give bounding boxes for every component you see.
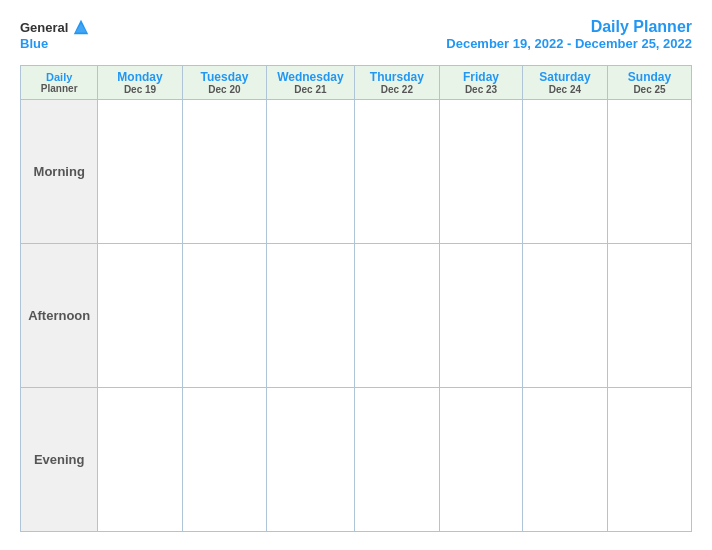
col-header-friday: Friday Dec 23 [440,66,523,100]
afternoon-thursday[interactable] [354,244,440,388]
morning-monday[interactable] [98,100,182,244]
logo-general: General [20,20,68,35]
morning-label: Morning [21,100,98,244]
sunday-name: Sunday [610,70,689,84]
wednesday-date: Dec 21 [269,84,351,95]
logo-blue: Blue [20,36,48,51]
monday-date: Dec 19 [100,84,179,95]
evening-label: Evening [21,388,98,532]
afternoon-row: Afternoon [21,244,692,388]
morning-tuesday[interactable] [182,100,267,244]
evening-friday[interactable] [440,388,523,532]
morning-saturday[interactable] [522,100,607,244]
title-area: Daily Planner December 19, 2022 - Decemb… [446,18,692,51]
evening-row: Evening [21,388,692,532]
friday-date: Dec 23 [442,84,520,95]
evening-tuesday[interactable] [182,388,267,532]
morning-thursday[interactable] [354,100,440,244]
planner-date-range: December 19, 2022 - December 25, 2022 [446,36,692,51]
col-label-day-name2: Planner [23,83,95,94]
planner-title: Daily Planner [446,18,692,36]
evening-monday[interactable] [98,388,182,532]
sunday-date: Dec 25 [610,84,689,95]
friday-name: Friday [442,70,520,84]
col-header-sunday: Sunday Dec 25 [608,66,692,100]
col-header-tuesday: Tuesday Dec 20 [182,66,267,100]
evening-sunday[interactable] [608,388,692,532]
tuesday-date: Dec 20 [185,84,265,95]
afternoon-wednesday[interactable] [267,244,354,388]
evening-saturday[interactable] [522,388,607,532]
col-header-wednesday: Wednesday Dec 21 [267,66,354,100]
logo-text: General [20,18,90,36]
wednesday-name: Wednesday [269,70,351,84]
afternoon-monday[interactable] [98,244,182,388]
evening-thursday[interactable] [354,388,440,532]
saturday-date: Dec 24 [525,84,605,95]
col-header-monday: Monday Dec 19 [98,66,182,100]
afternoon-sunday[interactable] [608,244,692,388]
col-header-label: Daily Planner [21,66,98,100]
logo-area: General Blue [20,18,90,51]
morning-sunday[interactable] [608,100,692,244]
afternoon-tuesday[interactable] [182,244,267,388]
calendar-header-row: Daily Planner Monday Dec 19 Tuesday Dec … [21,66,692,100]
calendar-table: Daily Planner Monday Dec 19 Tuesday Dec … [20,65,692,532]
morning-friday[interactable] [440,100,523,244]
morning-row: Morning [21,100,692,244]
page: General Blue Daily Planner December 19, … [0,0,712,550]
generalblue-icon [72,18,90,36]
col-label-day-name: Daily [23,71,95,83]
saturday-name: Saturday [525,70,605,84]
col-header-thursday: Thursday Dec 22 [354,66,440,100]
thursday-date: Dec 22 [357,84,438,95]
afternoon-label: Afternoon [21,244,98,388]
thursday-name: Thursday [357,70,438,84]
afternoon-saturday[interactable] [522,244,607,388]
afternoon-friday[interactable] [440,244,523,388]
col-header-saturday: Saturday Dec 24 [522,66,607,100]
tuesday-name: Tuesday [185,70,265,84]
header: General Blue Daily Planner December 19, … [20,18,692,51]
evening-wednesday[interactable] [267,388,354,532]
morning-wednesday[interactable] [267,100,354,244]
monday-name: Monday [100,70,179,84]
logo-blue-text: Blue [20,36,48,51]
